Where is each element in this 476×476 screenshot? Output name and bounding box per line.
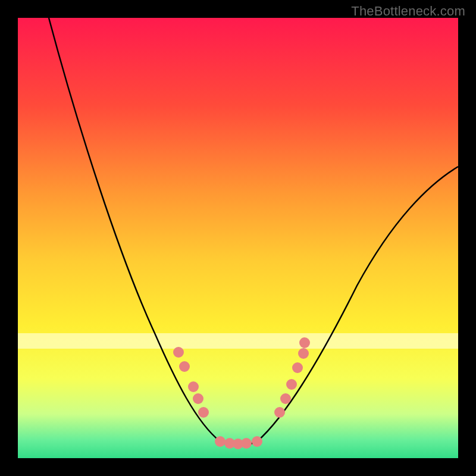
- marker-dot: [299, 337, 310, 348]
- marker-dot: [173, 347, 184, 358]
- watermark-text: TheBottleneck.com: [351, 4, 465, 19]
- marker-dot: [241, 438, 252, 449]
- marker-dot: [188, 381, 199, 392]
- marker-dot: [280, 393, 291, 404]
- marker-dot: [292, 362, 303, 373]
- chart-stage: TheBottleneck.com: [0, 0, 476, 476]
- highlight-band: [18, 333, 458, 349]
- chart-svg: [0, 0, 476, 476]
- marker-dot: [286, 379, 297, 390]
- marker-dot: [215, 436, 226, 447]
- marker-dot: [179, 361, 190, 372]
- marker-dot: [193, 393, 203, 404]
- marker-dot: [298, 348, 309, 359]
- marker-dot: [252, 436, 262, 447]
- plot-gradient: [18, 18, 458, 458]
- marker-dot: [198, 407, 209, 418]
- marker-dot: [274, 407, 285, 418]
